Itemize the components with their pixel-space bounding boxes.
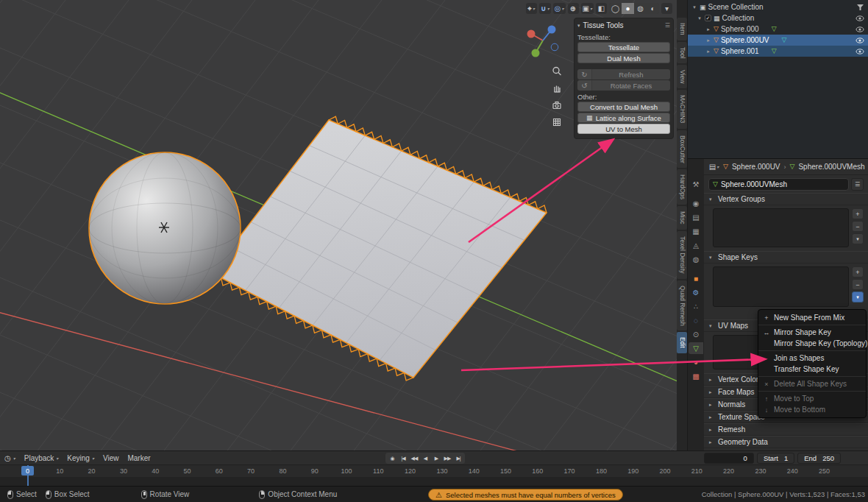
shape-key-specials-button[interactable]: ▾ xyxy=(852,291,864,303)
shading-wireframe-button[interactable]: ◯ xyxy=(609,3,622,14)
outliner-row-sphere-000uv[interactable]: ▸ ▽ Sphere.000UV ▽ xyxy=(688,35,868,46)
add-vertex-group-button[interactable]: + xyxy=(852,208,864,219)
sidebar-tab-edit[interactable]: Edit xyxy=(677,332,687,353)
sidebar-tab-hardops[interactable]: HardOps xyxy=(677,169,687,205)
eye-icon[interactable] xyxy=(855,48,864,55)
editor-type-dropdown[interactable]: ▤▾ xyxy=(708,161,719,172)
shading-rendered-button[interactable]: ◐ xyxy=(647,3,659,14)
tab-object-data[interactable]: ▽ xyxy=(689,342,703,354)
breadcrumb-object[interactable]: Sphere.000UV xyxy=(732,163,780,171)
tab-material[interactable]: ◕ xyxy=(689,356,703,368)
geometry-data-panel-header[interactable]: ▸ Geometry Data xyxy=(704,436,868,448)
datablock-options-button[interactable]: ☰ xyxy=(851,178,864,191)
remove-vertex-group-button[interactable]: − xyxy=(852,221,864,232)
caret-right-icon[interactable]: ▸ xyxy=(705,49,711,54)
sidebar-tab-machin3[interactable]: MACHIN3 xyxy=(677,90,687,128)
caret-down-icon[interactable]: ▾ xyxy=(691,4,697,10)
playback-menu[interactable]: Playback▾ xyxy=(24,454,59,462)
tab-scene[interactable]: ◬ xyxy=(689,239,703,251)
3d-viewport[interactable]: ⌖▾ ∪▾ ◎▾ ⊕ ▣▾ ◧ ◯ ● ◍ ◐ ▾ xyxy=(0,0,687,450)
outliner-label[interactable]: Sphere.000 xyxy=(721,25,759,33)
outliner-row-sphere-001[interactable]: ▸ ▽ Sphere.001 ▽ xyxy=(688,46,868,57)
axis-negz-ball[interactable] xyxy=(551,43,558,51)
timeline-ruler[interactable]: 0102030405060708090100110120130140150160… xyxy=(0,465,868,487)
axis-x-ball[interactable] xyxy=(527,30,536,38)
remove-shape-key-button[interactable]: − xyxy=(852,279,864,290)
play-reverse-button[interactable]: ◀ xyxy=(420,453,430,464)
end-frame-field[interactable]: End250 xyxy=(797,453,841,464)
tab-world[interactable]: ◍ xyxy=(689,253,703,265)
panel-drag-icon[interactable]: ☰ xyxy=(665,22,670,29)
tab-render[interactable]: ◉ xyxy=(689,197,703,209)
caret-down-icon[interactable]: ▾ xyxy=(697,15,702,21)
sidebar-tab-misc[interactable]: Misc xyxy=(677,206,687,229)
shape-keys-panel-header[interactable]: ▾ Shape Keys xyxy=(704,251,868,264)
vertex-groups-panel-header[interactable]: ▾ Vertex Groups xyxy=(704,193,868,205)
sidebar-tab-texel-density[interactable]: Texel Density xyxy=(677,231,687,279)
axis-z-ball[interactable] xyxy=(548,26,556,34)
outliner-label[interactable]: Collection xyxy=(722,14,755,22)
ortho-toggle-button[interactable] xyxy=(550,116,563,129)
outliner-label[interactable]: Scene Collection xyxy=(708,3,764,11)
caret-right-icon[interactable]: ▸ xyxy=(705,26,711,32)
sidebar-tab-quad-remesh[interactable]: Quad Remesh xyxy=(677,280,687,331)
sidebar-tab-boxcutter[interactable]: BoxCutter xyxy=(677,130,687,169)
axis-y-ball[interactable] xyxy=(532,49,540,57)
shading-material-button[interactable]: ◍ xyxy=(634,3,647,14)
shape-keys-list[interactable] xyxy=(713,266,849,307)
shading-solid-button[interactable]: ● xyxy=(622,3,634,14)
jump-to-start-button[interactable]: |◀ xyxy=(398,453,408,464)
view-menu[interactable]: View xyxy=(103,454,119,462)
refresh-button[interactable]: ↻ Refresh xyxy=(577,69,670,79)
outliner-row-collection[interactable]: ▾ ✓ ▦ Collection xyxy=(688,13,868,24)
eye-icon[interactable] xyxy=(855,37,864,44)
play-button[interactable]: ▶ xyxy=(431,453,441,464)
next-keyframe-button[interactable]: ▶▶ xyxy=(442,453,452,464)
dual-mesh-button[interactable]: Dual Mesh xyxy=(577,53,670,63)
mesh-name-field[interactable]: ▽ Sphere.000UVMesh xyxy=(708,178,849,191)
tab-modifiers[interactable]: ⚙ xyxy=(689,286,703,298)
vertex-group-specials-button[interactable]: ▾ xyxy=(852,233,864,244)
tissue-panel-header[interactable]: ▾ Tissue Tools ☰ xyxy=(577,20,670,31)
sidebar-tab-item[interactable]: Item xyxy=(677,18,687,40)
breadcrumb-data[interactable]: Sphere.000UVMesh xyxy=(798,163,864,171)
xray-toggle[interactable]: ◧ xyxy=(596,3,607,14)
eye-icon[interactable] xyxy=(855,15,864,22)
auto-key-record-button[interactable]: ◉ xyxy=(387,453,397,464)
collection-checkbox[interactable]: ✓ xyxy=(705,15,711,21)
tab-view-layer[interactable]: ▦ xyxy=(689,225,703,237)
current-frame-field[interactable]: 0 xyxy=(704,453,754,464)
timeline-editor-type-dropdown[interactable]: ◷▾ xyxy=(4,454,15,462)
convert-to-dual-mesh-button[interactable]: Convert to Dual Mesh xyxy=(577,102,670,112)
outliner-row-scene-collection[interactable]: ▾ ▣ Scene Collection xyxy=(688,1,868,13)
menu-item-transfer-shape-key[interactable]: Transfer Shape Key xyxy=(758,364,866,375)
add-shape-key-button[interactable]: + xyxy=(852,266,864,277)
rotate-faces-button[interactable]: ↺ Rotate Faces xyxy=(577,80,670,91)
tessellate-button[interactable]: Tessellate xyxy=(577,42,670,52)
tab-physics[interactable]: ◌ xyxy=(689,314,703,326)
tab-constraints[interactable]: ⊙ xyxy=(689,328,703,340)
filter-icon[interactable] xyxy=(856,4,864,11)
marker-menu[interactable]: Marker xyxy=(127,454,150,462)
tab-output[interactable]: ▤ xyxy=(689,211,703,223)
menu-item-mirror-shape-key[interactable]: ↔Mirror Shape Key xyxy=(758,327,866,338)
sidebar-tab-tool[interactable]: Tool xyxy=(677,42,687,64)
jump-to-end-button[interactable]: ▶| xyxy=(453,453,463,464)
pan-tool-button[interactable] xyxy=(550,82,563,95)
menu-item-join-as-shapes[interactable]: Join as Shapes xyxy=(758,353,866,364)
menu-item-move-to-bottom[interactable]: ↓Move to Bottom xyxy=(758,404,866,415)
pivot-point-dropdown[interactable]: ⌖▾ xyxy=(526,3,537,14)
uv-to-mesh-button[interactable]: UV to Mesh xyxy=(577,124,670,134)
outliner-label[interactable]: Sphere.000UV xyxy=(721,36,769,44)
prev-keyframe-button[interactable]: ◀◀ xyxy=(409,453,419,464)
outliner-label[interactable]: Sphere.001 xyxy=(721,47,759,55)
tab-object[interactable]: ■ xyxy=(689,272,703,284)
vertex-groups-list[interactable] xyxy=(713,208,849,247)
proportional-edit-toggle[interactable]: ◎▾ xyxy=(553,3,566,14)
zoom-tool-button[interactable] xyxy=(550,65,563,78)
menu-item-new-shape-from-mix[interactable]: +New Shape From Mix xyxy=(758,312,866,323)
lattice-along-surface-button[interactable]: ▦Lattice along Surface xyxy=(577,113,670,123)
keying-menu[interactable]: Keying▾ xyxy=(67,454,94,462)
sphere-object[interactable] xyxy=(89,152,241,304)
navigation-gizmo[interactable] xyxy=(527,26,558,57)
